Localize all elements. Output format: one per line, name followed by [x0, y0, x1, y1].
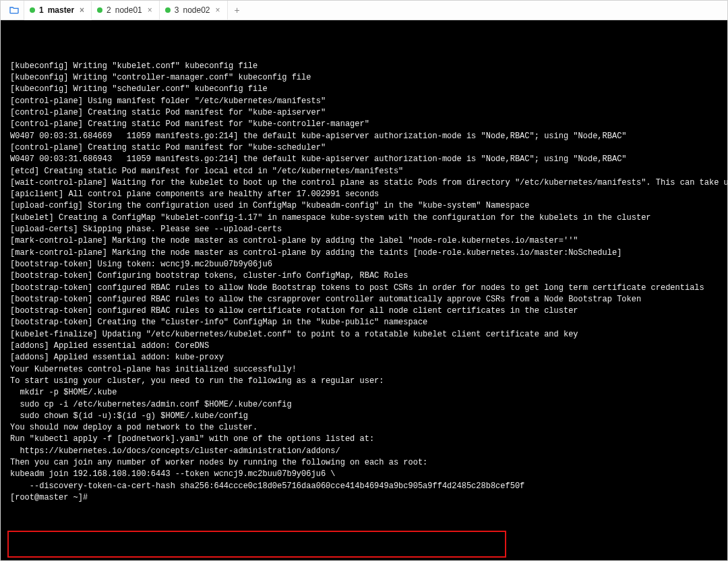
status-dot-icon: [97, 7, 102, 13]
terminal-line: https://kubernetes.io/docs/concepts/clus…: [10, 446, 727, 457]
terminal-line: W0407 00:03:31.686943 11059 manifests.go…: [10, 154, 727, 165]
terminal-line: [control-plane] Creating static Pod mani…: [10, 142, 727, 154]
terminal-line: [kubelet-finalize] Updating "/etc/kubern…: [10, 329, 727, 341]
new-tab-button[interactable]: +: [228, 1, 247, 20]
terminal-line: mkdir -p $HOME/.kube: [10, 387, 727, 398]
open-session-button[interactable]: [5, 1, 24, 20]
status-dot-icon: [165, 7, 171, 13]
tab-label: master: [48, 5, 74, 15]
terminal-line: Your Kubernetes control-plane has initia…: [10, 364, 727, 376]
terminal-line: --discovery-token-ca-cert-hash sha256:64…: [10, 481, 727, 492]
tab-index: 1: [39, 5, 44, 15]
terminal-line: W0407 00:03:31.684669 11059 manifests.go…: [10, 131, 727, 142]
app-window: 1 master × 2 node01 × 3 node02 × + [kube…: [0, 0, 728, 561]
terminal-line: To start using your cluster, you need to…: [10, 376, 727, 387]
tab-label: node02: [183, 5, 210, 15]
terminal-line: [etcd] Creating static Pod manifest for …: [10, 166, 727, 177]
terminal-line: [bootstrap-token] configured RBAC rules …: [10, 294, 727, 305]
terminal-line: [apiclient] All control plane components…: [10, 189, 727, 200]
terminal-line: [bootstrap-token] Creating the "cluster-…: [10, 317, 727, 328]
terminal-line: sudo cp -i /etc/kubernetes/admin.conf $H…: [10, 399, 727, 411]
terminal-line: [bootstrap-token] Configuring bootstrap …: [10, 270, 727, 282]
tab-index: 3: [175, 5, 179, 15]
terminal-line: [kubeconfig] Writing "controller-manager…: [10, 72, 727, 84]
terminal-line: [bootstrap-token] Using token: wcncj9.mc…: [10, 259, 727, 270]
status-dot-icon: [30, 7, 35, 13]
terminal-line: Then you can join any number of worker n…: [10, 457, 727, 469]
folder-open-icon: [9, 5, 20, 16]
terminal-line: [control-plane] Creating static Pod mani…: [10, 119, 727, 130]
tab-node02[interactable]: 3 node02 ×: [160, 1, 228, 20]
terminal-line: [kubelet] Creating a ConfigMap "kubelet-…: [10, 212, 727, 224]
tab-index: 2: [107, 5, 111, 15]
terminal-line: [mark-control-plane] Marking the node ma…: [10, 235, 727, 247]
plus-icon: +: [234, 5, 239, 16]
terminal-line: [kubeconfig] Writing "kubelet.conf" kube…: [10, 61, 727, 72]
terminal-line: [mark-control-plane] Marking the node ma…: [10, 247, 727, 259]
terminal-line: [root@master ~]#: [10, 492, 727, 504]
terminal-line: [control-plane] Creating static Pod mani…: [10, 107, 727, 119]
terminal-line: [control-plane] Using manifest folder "/…: [10, 96, 727, 107]
terminal-line: sudo chown $(id -u):$(id -g) $HOME/.kube…: [10, 411, 727, 422]
close-icon[interactable]: ×: [214, 5, 222, 15]
tab-label: node01: [115, 5, 142, 15]
tab-bar: 1 master × 2 node01 × 3 node02 × +: [1, 1, 727, 20]
highlight-annotation: [7, 531, 506, 558]
terminal-line: [upload-config] Storing the configuratio…: [10, 200, 727, 212]
terminal-line: Run "kubectl apply -f [podnetwork].yaml"…: [10, 434, 727, 445]
terminal-line: [addons] Applied essential addon: CoreDN…: [10, 341, 727, 352]
terminal-line: [addons] Applied essential addon: kube-p…: [10, 352, 727, 363]
close-icon[interactable]: ×: [146, 5, 154, 15]
terminal-line: kubeadm join 192.168.108.100:6443 --toke…: [10, 469, 727, 480]
terminal-line: [bootstrap-token] configured RBAC rules …: [10, 305, 727, 317]
terminal-line: [bootstrap-token] configured RBAC rules …: [10, 283, 727, 294]
terminal-line: You should now deploy a pod network to t…: [10, 422, 727, 434]
close-icon[interactable]: ×: [78, 5, 86, 15]
terminal-line: [kubeconfig] Writing "scheduler.conf" ku…: [10, 84, 727, 95]
terminal-output[interactable]: [kubeconfig] Writing "kubelet.conf" kube…: [1, 20, 727, 560]
terminal-line: [wait-control-plane] Waiting for the kub…: [10, 177, 727, 189]
terminal-line: [upload-certs] Skipping phase. Please se…: [10, 224, 727, 235]
tab-node01[interactable]: 2 node01 ×: [92, 1, 160, 20]
tab-master[interactable]: 1 master ×: [24, 1, 92, 20]
